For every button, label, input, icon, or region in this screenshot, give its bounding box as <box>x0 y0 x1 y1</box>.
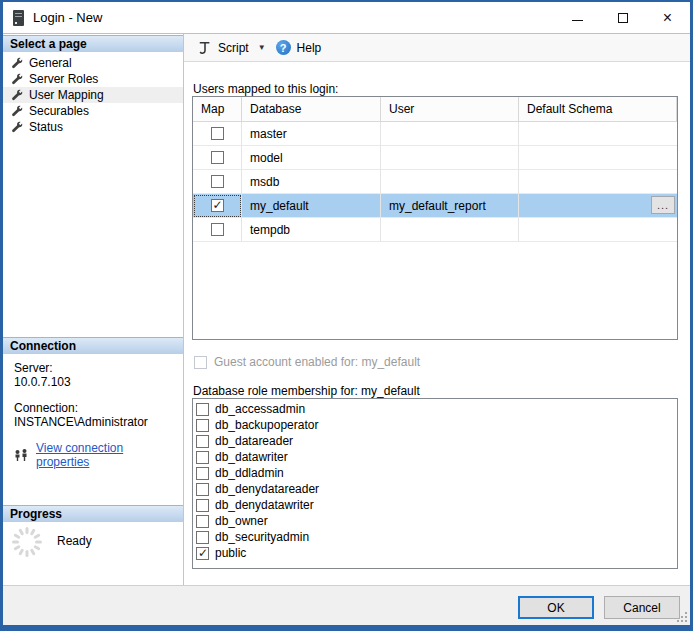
role-membership-label: Database role membership for: my_default <box>193 384 420 398</box>
role-item[interactable]: db_securityadmin <box>196 529 677 545</box>
user-cell[interactable]: my_default_report <box>381 194 519 218</box>
user-cell[interactable] <box>381 218 519 242</box>
database-cell: my_default <box>242 194 381 218</box>
server-value: 10.0.7.103 <box>14 375 177 389</box>
cancel-button[interactable]: Cancel <box>604 596 680 619</box>
table-row-tempdb[interactable]: tempdb <box>193 218 677 242</box>
table-row-msdb[interactable]: msdb <box>193 170 677 194</box>
login-icon <box>13 10 24 26</box>
script-label: Script <box>218 41 249 55</box>
table-row-my-default[interactable]: my_default my_default_report ... <box>193 194 677 218</box>
script-button[interactable]: Script ▼ <box>193 38 271 58</box>
database-cell: model <box>242 146 381 170</box>
role-item[interactable]: db_accessadmin <box>196 401 677 417</box>
sidebar-item-general[interactable]: General <box>3 55 183 71</box>
map-checkbox[interactable] <box>211 127 224 140</box>
column-header-map: Map <box>193 97 242 122</box>
sidebar-item-label: Securables <box>29 104 89 118</box>
sidebar: Select a page General Server Roles User … <box>3 34 184 585</box>
default-schema-cell[interactable] <box>519 146 677 170</box>
wrench-icon <box>11 89 23 101</box>
default-schema-cell[interactable] <box>519 170 677 194</box>
select-a-page-header: Select a page <box>3 35 183 52</box>
connection-info: Server: 10.0.7.103 Connection: INSTANCE\… <box>14 361 177 469</box>
connection-properties-icon <box>14 449 29 462</box>
connection-value: INSTANCE\Administrator <box>14 415 177 429</box>
ok-button[interactable]: OK <box>518 596 594 619</box>
role-item[interactable]: db_denydatawriter <box>196 497 677 513</box>
role-item[interactable]: db_backupoperator <box>196 417 677 433</box>
resize-grip[interactable] <box>677 612 688 623</box>
sidebar-item-user-mapping[interactable]: User Mapping <box>3 87 183 103</box>
page-list: General Server Roles User Mapping Secura… <box>3 55 183 135</box>
progress-spinner-icon <box>11 526 43 558</box>
default-schema-cell[interactable]: ... <box>519 194 677 218</box>
server-label: Server: <box>14 361 177 375</box>
user-cell[interactable] <box>381 122 519 146</box>
role-checkbox[interactable] <box>196 499 209 512</box>
role-item[interactable]: public <box>196 545 677 561</box>
close-button[interactable]: × <box>645 2 690 33</box>
toolbar: Script ▼ ? Help <box>184 34 690 62</box>
title-bar: Login - New × <box>3 2 690 34</box>
role-checkbox[interactable] <box>196 531 209 544</box>
table-row-model[interactable]: model <box>193 146 677 170</box>
role-checkbox[interactable] <box>196 547 209 560</box>
sidebar-item-securables[interactable]: Securables <box>3 103 183 119</box>
window-controls: × <box>555 2 690 33</box>
main-panel: Script ▼ ? Help Users mapped to this log… <box>184 34 690 585</box>
role-checkbox[interactable] <box>196 419 209 432</box>
minimize-button[interactable] <box>555 2 600 33</box>
wrench-icon <box>11 121 23 133</box>
chevron-down-icon[interactable]: ▼ <box>258 43 266 52</box>
user-mapping-table: Map Database User Default Schema master … <box>192 96 678 340</box>
role-label: db_ddladmin <box>215 466 284 480</box>
guest-account-row: Guest account enabled for: my_default <box>194 355 420 369</box>
browse-schema-button[interactable]: ... <box>651 196 675 214</box>
table-header-row: Map Database User Default Schema <box>193 97 677 122</box>
role-checkbox[interactable] <box>196 435 209 448</box>
sidebar-item-label: User Mapping <box>29 88 104 102</box>
database-cell: tempdb <box>242 218 381 242</box>
map-checkbox[interactable] <box>211 175 224 188</box>
database-cell: msdb <box>242 170 381 194</box>
sidebar-item-status[interactable]: Status <box>3 119 183 135</box>
role-label: public <box>215 546 246 560</box>
map-checkbox[interactable] <box>211 223 224 236</box>
role-checkbox[interactable] <box>196 403 209 416</box>
role-item[interactable]: db_datareader <box>196 433 677 449</box>
sidebar-item-label: Status <box>29 120 63 134</box>
view-connection-properties-link[interactable]: View connection properties <box>36 441 177 469</box>
map-checkbox[interactable] <box>211 151 224 164</box>
help-icon: ? <box>276 40 291 55</box>
role-item[interactable]: db_owner <box>196 513 677 529</box>
role-item[interactable]: db_denydatareader <box>196 481 677 497</box>
user-cell[interactable] <box>381 170 519 194</box>
role-checkbox[interactable] <box>196 467 209 480</box>
role-label: db_datareader <box>215 434 293 448</box>
guest-account-label: Guest account enabled for: my_default <box>214 355 420 369</box>
role-checkbox[interactable] <box>196 515 209 528</box>
maximize-button[interactable] <box>600 2 645 33</box>
role-label: db_securityadmin <box>215 530 309 544</box>
column-header-default-schema: Default Schema <box>519 97 677 122</box>
help-button[interactable]: ? Help <box>271 37 327 58</box>
table-row-master[interactable]: master <box>193 122 677 146</box>
role-item[interactable]: db_ddladmin <box>196 465 677 481</box>
help-label: Help <box>297 41 322 55</box>
map-checkbox[interactable] <box>211 199 224 212</box>
user-cell[interactable] <box>381 146 519 170</box>
role-label: db_denydatareader <box>215 482 319 496</box>
default-schema-cell[interactable] <box>519 218 677 242</box>
default-schema-cell[interactable] <box>519 122 677 146</box>
sidebar-item-server-roles[interactable]: Server Roles <box>3 71 183 87</box>
role-label: db_accessadmin <box>215 402 305 416</box>
role-checkbox[interactable] <box>196 451 209 464</box>
database-cell: master <box>242 122 381 146</box>
role-item[interactable]: db_datawriter <box>196 449 677 465</box>
role-label: db_denydatawriter <box>215 498 314 512</box>
dialog-footer: OK Cancel <box>3 585 690 625</box>
connection-header: Connection <box>3 337 183 354</box>
sidebar-item-label: Server Roles <box>29 72 98 86</box>
role-checkbox[interactable] <box>196 483 209 496</box>
